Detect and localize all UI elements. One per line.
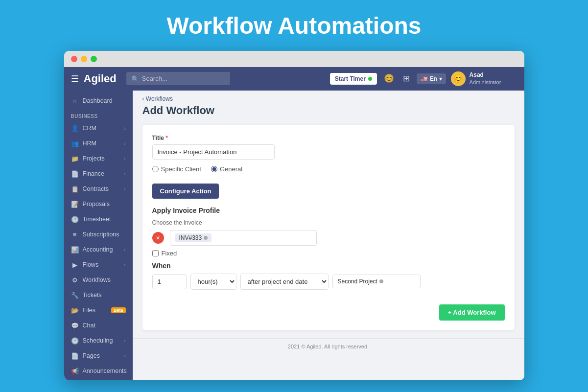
navbar-right: Start Timer 😊 ⊞ 🇺🇸 En ▾ 😊 Asad Administr… — [330, 71, 501, 86]
sidebar-item-pages[interactable]: 📄 Pages › — [64, 348, 133, 364]
crm-icon: 👤 — [71, 125, 79, 132]
lang-label: En — [430, 75, 437, 82]
card-footer: + Add Workflow — [152, 304, 505, 321]
sidebar-label-tickets: Tickets — [83, 292, 102, 299]
sidebar-label-workflows: Workflows — [83, 277, 111, 283]
radio-group: Specific Client General — [152, 165, 505, 173]
notification-icon-button[interactable]: 😊 — [382, 71, 396, 86]
project-tag-text: Second Project — [338, 278, 377, 285]
finance-icon: 📄 — [71, 170, 79, 178]
remove-invoice-button[interactable]: × — [152, 232, 164, 244]
sidebar-label-contracts: Contracts — [83, 185, 109, 192]
dot-red — [71, 56, 77, 62]
search-input[interactable] — [126, 72, 230, 85]
sidebar-item-tickets[interactable]: 🔧 Tickets — [64, 288, 133, 303]
general-radio[interactable] — [211, 166, 217, 172]
fixed-label: Fixed — [162, 250, 177, 257]
sidebar-label-crm: CRM — [83, 125, 96, 132]
sidebar-label-proposals: Proposals — [83, 201, 110, 208]
start-timer-button[interactable]: Start Timer — [330, 73, 377, 85]
sidebar-item-announcements[interactable]: 📢 Announcements — [64, 364, 133, 379]
page-title: Add Workflow — [142, 104, 515, 117]
invoice-tag-dot — [204, 236, 208, 240]
user-name: Asad — [470, 71, 501, 79]
general-text: General — [220, 165, 242, 173]
sidebar-item-chat[interactable]: 💬 Chat — [64, 318, 133, 333]
hrm-chevron: › — [124, 141, 125, 146]
apply-invoice-title: Apply Invoice Profile — [152, 207, 505, 214]
sidebar-item-flows[interactable]: ▶ Flows › — [64, 257, 133, 273]
project-tag-dot — [379, 279, 383, 283]
sidebar-item-crm[interactable]: 👤 CRM › — [64, 121, 133, 136]
specific-client-radio[interactable] — [152, 166, 159, 172]
project-tag: Second Project — [338, 278, 383, 285]
invoice-input-box[interactable]: INV#333 — [170, 230, 317, 246]
sidebar-item-workflows[interactable]: ⚙ Workflows — [64, 273, 133, 288]
when-after-select[interactable]: after project end date before project en… — [240, 274, 329, 290]
sidebar-item-files[interactable]: 📂 Files Beta — [64, 303, 133, 318]
app-logo: Agiled — [84, 72, 117, 85]
apps-grid-button[interactable]: ⊞ — [401, 71, 412, 86]
sidebar-label-chat: Chat — [83, 322, 95, 329]
sidebar-item-accounting[interactable]: 📊 Accounting › — [64, 242, 133, 257]
scheduling-icon: 🕐 — [71, 337, 79, 345]
user-info[interactable]: 😊 Asad Administrator — [451, 71, 501, 86]
specific-client-radio-label[interactable]: Specific Client — [152, 165, 201, 173]
sidebar-item-scheduling[interactable]: 🕐 Scheduling › — [64, 333, 133, 348]
dot-yellow — [81, 56, 87, 62]
sidebar-label-scheduling: Scheduling — [83, 337, 113, 344]
sidebar-label-dashboard: Dashboard — [83, 97, 113, 104]
sidebar-item-proposals[interactable]: 📝 Proposals — [64, 197, 133, 212]
sidebar-item-hrm[interactable]: 👥 HRM › — [64, 136, 133, 151]
lang-chevron: ▾ — [439, 75, 442, 82]
dashboard-icon: ⌂ — [71, 97, 79, 105]
title-input[interactable] — [152, 144, 275, 160]
files-badge: Beta — [111, 307, 126, 313]
add-workflow-button[interactable]: + Add Workflow — [439, 304, 505, 321]
breadcrumb: ‹ Workflows — [133, 91, 524, 102]
sidebar-item-forms[interactable]: ≡ Forms Beta — [64, 379, 133, 380]
configure-action-button[interactable]: Configure Action — [152, 184, 219, 199]
sidebar-label-pages: Pages — [83, 352, 100, 359]
sidebar-label-projects: Projects — [83, 155, 105, 162]
files-icon: 📂 — [71, 307, 79, 314]
browser-window: ☰ Agiled 🔍 Start Timer 😊 ⊞ 🇺🇸 En ▾ — [64, 51, 524, 380]
when-number-input[interactable] — [152, 274, 187, 289]
when-row: hour(s) day(s) week(s) month(s) after pr… — [152, 274, 505, 290]
accounting-chevron: › — [124, 247, 125, 253]
proposals-icon: 📝 — [71, 201, 79, 208]
finance-chevron: › — [124, 171, 125, 177]
app-body: ⌂ Dashboard BUSINESS 👤 CRM › 👥 HRM — [64, 91, 524, 380]
subscriptions-icon: ≡ — [71, 231, 79, 238]
flows-chevron: › — [124, 262, 125, 268]
sidebar-item-contracts[interactable]: 📋 Contracts › — [64, 182, 133, 197]
fixed-checkbox[interactable] — [152, 250, 159, 256]
contracts-chevron: › — [124, 186, 125, 192]
contracts-icon: 📋 — [71, 185, 79, 193]
scheduling-chevron: › — [124, 338, 125, 344]
menu-icon[interactable]: ☰ — [71, 73, 79, 84]
sidebar-label-announcements: Announcements — [83, 368, 127, 374]
project-input-box[interactable]: Second Project — [332, 275, 421, 288]
general-radio-label[interactable]: General — [211, 165, 242, 173]
sidebar-label-hrm: HRM — [83, 140, 96, 147]
sidebar-item-subscriptions[interactable]: ≡ Subscriptions — [64, 227, 133, 242]
breadcrumb-workflows-link[interactable]: ‹ Workflows — [142, 95, 173, 102]
when-time-unit-select[interactable]: hour(s) day(s) week(s) month(s) — [190, 274, 236, 290]
sidebar-label-timesheet: Timesheet — [83, 216, 111, 223]
sidebar-item-dashboard[interactable]: ⌂ Dashboard — [64, 93, 133, 109]
sidebar-item-finance[interactable]: 📄 Finance › — [64, 166, 133, 182]
app-footer: 2021 © Agiled. All rights reserved. — [133, 338, 524, 354]
sidebar-label-finance: Finance — [83, 170, 104, 177]
invoice-tag-text: INV#333 — [179, 234, 202, 241]
title-label: Title * — [152, 135, 505, 141]
sidebar-item-timesheet[interactable]: 🕐 Timesheet — [64, 212, 133, 227]
specific-client-text: Specific Client — [161, 165, 201, 173]
page-title-area: Add Workflow — [133, 102, 524, 125]
projects-icon: 📁 — [71, 155, 79, 162]
announcements-icon: 📢 — [71, 368, 79, 375]
sidebar-item-projects[interactable]: 📁 Projects › — [64, 151, 133, 166]
browser-titlebar — [64, 51, 524, 67]
language-button[interactable]: 🇺🇸 En ▾ — [417, 73, 446, 84]
footer-text: 2021 © Agiled. All rights reserved. — [288, 344, 369, 349]
